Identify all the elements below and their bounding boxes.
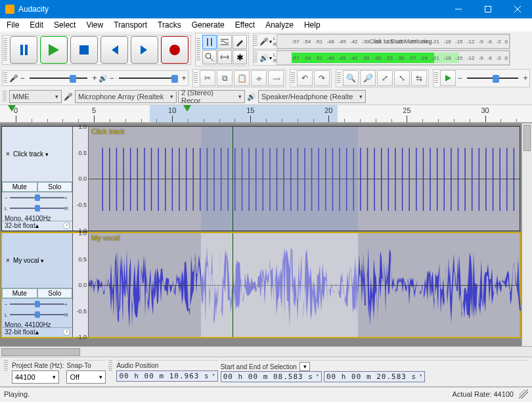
zoom-tool[interactable] bbox=[202, 50, 217, 64]
horizontal-scrollbar[interactable] bbox=[0, 346, 532, 357]
track-menu-button[interactable]: Click track ▾ bbox=[12, 150, 70, 158]
project-rate-select[interactable]: 44100 bbox=[12, 370, 59, 384]
toolbar-grip[interactable] bbox=[291, 72, 295, 84]
svg-point-1 bbox=[206, 53, 211, 58]
redo-button[interactable]: ↷ bbox=[314, 70, 330, 86]
window-title: Audacity bbox=[18, 5, 49, 14]
menu-analyze[interactable]: Analyze bbox=[260, 19, 299, 31]
play-button[interactable] bbox=[40, 36, 68, 64]
play-at-speed-button[interactable] bbox=[440, 70, 456, 86]
zoom-toggle-button[interactable]: ⇆ bbox=[411, 70, 427, 86]
toolbar-grip[interactable] bbox=[3, 72, 7, 84]
menu-file[interactable]: File bbox=[1, 19, 24, 31]
recording-volume-slider[interactable]: −+ bbox=[19, 72, 98, 85]
recording-meter[interactable]: Click to Start Monitoring -57-54-51-48-4… bbox=[277, 34, 510, 49]
solo-button[interactable]: Solo bbox=[37, 288, 73, 298]
record-button[interactable] bbox=[161, 36, 188, 64]
pan-slider[interactable]: LR bbox=[2, 203, 72, 213]
fit-project-button[interactable]: ⤡ bbox=[394, 70, 410, 86]
timeshift-tool[interactable] bbox=[217, 50, 232, 64]
multi-tool[interactable]: ✱ bbox=[233, 50, 247, 64]
paste-button[interactable]: 📋 bbox=[234, 70, 250, 86]
tracks-viewport[interactable]: ×Click track ▾MuteSolo−+LRMono, 44100Hz3… bbox=[0, 123, 521, 346]
waveform-display[interactable]: 1.00.50.0-0.5-1.0My vocal bbox=[73, 233, 520, 337]
track-close-button[interactable]: × bbox=[4, 150, 12, 158]
toolbar-grip[interactable] bbox=[337, 72, 341, 84]
selection-tool[interactable] bbox=[202, 35, 217, 49]
window-close-button[interactable] bbox=[502, 0, 532, 18]
tools-toolbar: ✱ bbox=[195, 33, 249, 66]
recording-device-select[interactable]: Microphone Array (Realtek bbox=[75, 90, 177, 103]
menu-effect[interactable]: Effect bbox=[230, 19, 260, 31]
track-menu-button[interactable]: My vocal ▾ bbox=[12, 257, 70, 264]
toolbar-grip[interactable] bbox=[196, 38, 200, 62]
playback-volume-slider[interactable]: −+ bbox=[108, 72, 187, 85]
mic-icon[interactable]: 🎤 bbox=[259, 36, 269, 47]
toolbar-grip[interactable] bbox=[108, 360, 112, 372]
zoom-out-button[interactable]: 🔎 bbox=[360, 70, 376, 86]
speaker-icon[interactable]: 🔊 bbox=[259, 53, 269, 63]
track-close-button[interactable]: × bbox=[4, 257, 12, 264]
menu-transport[interactable]: Transport bbox=[108, 19, 152, 31]
track[interactable]: ×Click track ▾MuteSolo−+LRMono, 44100Hz3… bbox=[1, 126, 520, 231]
track-collapse-button[interactable]: ▲ bbox=[34, 329, 40, 336]
mute-button[interactable]: Mute bbox=[2, 288, 37, 298]
toolbar-grip[interactable] bbox=[254, 35, 257, 47]
toolbar-grip[interactable] bbox=[3, 38, 7, 62]
track-name-label: Click track bbox=[91, 127, 125, 135]
menu-generate[interactable]: Generate bbox=[187, 19, 230, 31]
cut-button[interactable]: ✂ bbox=[200, 70, 215, 86]
draw-tool[interactable] bbox=[233, 35, 247, 49]
selection-end-field[interactable]: 00 h 00 m 20.583 s bbox=[324, 371, 425, 382]
solo-button[interactable]: Solo bbox=[37, 182, 73, 192]
timeline-label: 10 bbox=[168, 106, 176, 114]
window-titlebar: Audacity bbox=[0, 0, 532, 18]
playback-meter[interactable]: -57-54-51-48-45-42-39-36-33-30-27-24-21-… bbox=[277, 51, 510, 65]
pause-button[interactable] bbox=[10, 36, 37, 64]
edit-toolbar: ✂ ⧉ 📋 ⟛ ⟞ bbox=[192, 69, 286, 87]
stop-button[interactable] bbox=[70, 36, 98, 64]
track-collapse-button[interactable]: ▲ bbox=[34, 223, 40, 229]
playback-device-select[interactable]: Speaker/Headphone (Realte bbox=[258, 90, 366, 103]
menu-help[interactable]: Help bbox=[299, 19, 326, 31]
toolbar-grip[interactable] bbox=[194, 72, 198, 84]
waveform-display[interactable]: 1.00.50.0-0.5-1.0Click track bbox=[73, 127, 520, 231]
toolbar-grip[interactable] bbox=[3, 91, 7, 102]
recording-channels-select[interactable]: 2 (Stereo) Recor bbox=[178, 90, 245, 103]
audio-host-select[interactable]: MME bbox=[9, 90, 62, 103]
menu-edit[interactable]: Edit bbox=[24, 19, 49, 31]
gain-slider[interactable]: −+ bbox=[2, 192, 72, 203]
toolbar-grip[interactable] bbox=[254, 52, 257, 64]
skip-start-button[interactable] bbox=[100, 36, 128, 64]
undo-button[interactable]: ↶ bbox=[297, 70, 313, 86]
vertical-scrollbar[interactable] bbox=[521, 123, 532, 346]
trim-button[interactable]: ⟛ bbox=[251, 70, 267, 86]
selection-mode-select[interactable] bbox=[299, 362, 310, 371]
zoom-in-button[interactable]: 🔍 bbox=[343, 70, 359, 86]
envelope-tool[interactable] bbox=[217, 35, 232, 49]
audio-position-field[interactable]: 00 h 00 m 10.963 s bbox=[116, 370, 217, 382]
svg-rect-0 bbox=[485, 7, 491, 12]
fit-selection-button[interactable]: ⤢ bbox=[377, 70, 393, 86]
playback-speed-slider[interactable]: −+ bbox=[456, 72, 529, 85]
copy-button[interactable]: ⧉ bbox=[217, 70, 233, 86]
pan-slider[interactable]: LR bbox=[2, 309, 72, 320]
menu-view[interactable]: View bbox=[81, 19, 108, 31]
track[interactable]: ×My vocal ▾MuteSolo−+LRMono, 44100Hz32-b… bbox=[1, 233, 520, 338]
silence-button[interactable]: ⟞ bbox=[268, 70, 284, 86]
window-maximize-button[interactable] bbox=[473, 0, 502, 18]
snap-to-select[interactable]: Off bbox=[66, 370, 106, 384]
undo-toolbar: ↶ ↷ bbox=[290, 69, 332, 87]
selection-start-field[interactable]: 00 h 00 m 08.583 s bbox=[221, 371, 322, 382]
gain-slider[interactable]: −+ bbox=[2, 299, 72, 309]
zoom-toolbar: 🔍 🔎 ⤢ ⤡ ⇆ bbox=[336, 69, 429, 87]
window-minimize-button[interactable] bbox=[443, 0, 473, 18]
menu-tracks[interactable]: Tracks bbox=[152, 19, 187, 31]
menu-select[interactable]: Select bbox=[49, 19, 81, 31]
mute-button[interactable]: Mute bbox=[2, 182, 37, 192]
skip-end-button[interactable] bbox=[131, 36, 158, 64]
toolbar-grip[interactable] bbox=[434, 72, 438, 84]
toolbar-grip[interactable] bbox=[4, 360, 8, 372]
resize-grip[interactable] bbox=[519, 390, 528, 399]
timeline-ruler[interactable]: 051015202530 bbox=[0, 104, 532, 123]
